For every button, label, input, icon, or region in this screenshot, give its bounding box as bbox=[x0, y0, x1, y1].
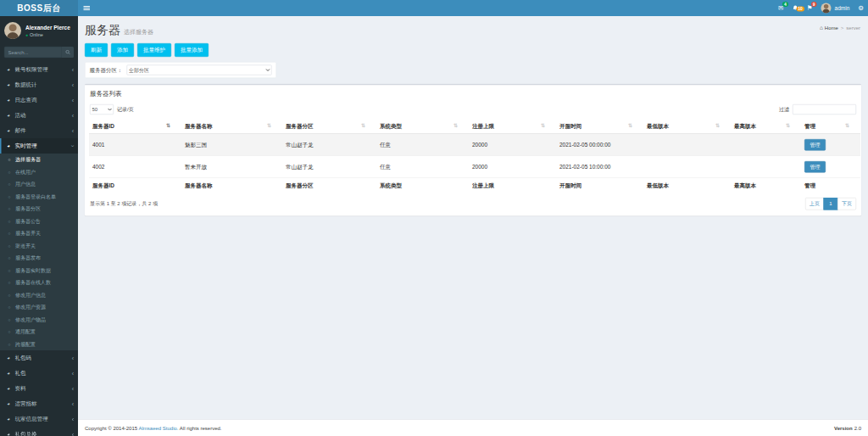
sidebar-subitem-realtime-data[interactable]: ○服务器实时数据 bbox=[0, 265, 78, 277]
sidebar-subitem-edit-user-items[interactable]: ○修改用户物品 bbox=[0, 314, 78, 327]
notifications-menu[interactable]: 10 bbox=[792, 5, 798, 12]
sidebar-item-realtime-management[interactable]: ◕ 实时管理 ‹ bbox=[0, 138, 78, 154]
sidebar-item-materials[interactable]: ◕ 资料 ‹ bbox=[0, 381, 78, 396]
sidebar-item-gift-pack[interactable]: ◕ 礼包 ‹ bbox=[0, 366, 78, 381]
batch-maintain-button[interactable]: 批量维护 bbox=[137, 43, 171, 57]
subitem-label: 服务器发布 bbox=[15, 254, 41, 262]
navbar-right: ✉ 4 10 ⚑ 9 admin ⚙ bbox=[778, 0, 864, 16]
sidebar-subitem-edit-user-info[interactable]: ○修改用户信息 bbox=[0, 289, 78, 302]
sidebar-item-label: 资料 bbox=[15, 385, 69, 393]
sidebar-subitem-online-users[interactable]: ○在线用户 bbox=[0, 166, 78, 179]
content-header: 服务器选择服务器 ⌂Home>server bbox=[78, 16, 868, 43]
footer-col-min-version: 最低版本 bbox=[643, 178, 731, 193]
sort-icon[interactable]: ⇅ bbox=[628, 122, 632, 128]
pagination-prev-button[interactable]: 上页 bbox=[805, 198, 824, 210]
col-server-name[interactable]: 服务器名称⇅ bbox=[181, 119, 282, 134]
sidebar-search bbox=[4, 47, 74, 58]
table-filter-input[interactable] bbox=[793, 104, 856, 115]
sidebar-subitem-select-server[interactable]: ○选择服务器 bbox=[0, 154, 78, 166]
sidebar-toggle-button[interactable] bbox=[78, 0, 95, 16]
col-min-version[interactable]: 最低版本⇅ bbox=[643, 119, 731, 134]
sidebar-subitem-general-config[interactable]: ○通用配置 bbox=[0, 326, 78, 338]
app-logo[interactable]: BOSS后台 bbox=[0, 0, 78, 16]
messages-badge: 4 bbox=[782, 2, 788, 7]
batch-add-button[interactable]: 批量添加 bbox=[175, 43, 209, 57]
col-reg-limit[interactable]: 注册上限⇅ bbox=[469, 119, 556, 134]
page-size-select[interactable]: 50 bbox=[90, 104, 114, 115]
footer-col-server-id: 服务器ID bbox=[89, 178, 181, 193]
col-open-time[interactable]: 开服时间⇅ bbox=[556, 119, 643, 134]
sidebar-subitem-crossserver-config[interactable]: ○跨服配置 bbox=[0, 338, 78, 351]
user-menu[interactable]: admin bbox=[821, 3, 850, 14]
sort-icon[interactable]: ⇅ bbox=[361, 122, 365, 128]
pie-chart-icon: ◕ bbox=[6, 371, 12, 377]
col-os-type[interactable]: 系统类型⇅ bbox=[376, 119, 469, 134]
footer-col-server-name: 服务器名称 bbox=[181, 178, 282, 193]
chevron-left-icon: ‹ bbox=[72, 417, 74, 422]
circle-icon: ○ bbox=[7, 170, 12, 175]
circle-icon: ○ bbox=[7, 207, 12, 212]
sidebar-subitem-login-whitelist[interactable]: ○服务器登录白名单 bbox=[0, 191, 78, 204]
sidebar-item-log-query[interactable]: ◕ 日志查询 ‹ bbox=[0, 92, 78, 108]
chevron-left-icon: ‹ bbox=[72, 114, 74, 118]
sort-icon[interactable]: ⇅ bbox=[786, 122, 790, 128]
cell-manage: 管理 bbox=[801, 134, 860, 156]
sidebar-item-account-permissions[interactable]: ◕ 账号权限管理 ‹ bbox=[0, 62, 78, 77]
sidebar-subitem-channel-switch[interactable]: ○渠道开关 bbox=[0, 240, 78, 253]
messages-menu[interactable]: ✉ 4 bbox=[778, 0, 783, 16]
server-table: 服务器ID⇅ 服务器名称⇅ 服务器分区⇅ 系统类型⇅ 注册上限⇅ 开服时间⇅ 最… bbox=[89, 119, 860, 193]
subitem-label: 服务器在线人数 bbox=[15, 279, 51, 287]
circle-icon: ○ bbox=[7, 256, 12, 261]
sort-icon[interactable]: ⇅ bbox=[453, 122, 458, 128]
sort-icon[interactable]: ⇅ bbox=[845, 122, 849, 128]
add-button[interactable]: 添加 bbox=[111, 43, 134, 57]
sidebar-subitem-server-announcement[interactable]: ○服务器公告 bbox=[0, 215, 78, 228]
sidebar-subitem-online-count[interactable]: ○服务器在线人数 bbox=[0, 277, 78, 289]
cell-min-version bbox=[643, 134, 731, 156]
subitem-label: 服务器登录白名单 bbox=[15, 193, 56, 201]
col-server-id[interactable]: 服务器ID⇅ bbox=[89, 119, 181, 134]
avatar bbox=[4, 22, 21, 39]
col-max-version[interactable]: 最高版本⇅ bbox=[731, 119, 801, 134]
sidebar-item-activity[interactable]: ◕ 活动 ‹ bbox=[0, 108, 78, 123]
sidebar-subitem-server-publish[interactable]: ○服务器发布 bbox=[0, 252, 78, 265]
circle-icon: ○ bbox=[7, 342, 12, 347]
sidebar-item-operation-metrics[interactable]: ◕ 运营指标 ‹ bbox=[0, 396, 78, 411]
sidebar-subitem-server-switch[interactable]: ○服务器开关 bbox=[0, 227, 78, 240]
pie-chart-icon: ◕ bbox=[6, 401, 12, 407]
manage-button[interactable]: 管理 bbox=[804, 139, 826, 151]
sort-icon[interactable]: ⇅ bbox=[166, 122, 170, 128]
pagination-next-button[interactable]: 下页 bbox=[837, 198, 856, 210]
search-input[interactable] bbox=[4, 47, 62, 58]
avatar bbox=[821, 3, 832, 14]
sidebar-subitem-edit-user-resources[interactable]: ○修改用户资源 bbox=[0, 301, 78, 314]
breadcrumb-separator: > bbox=[841, 25, 844, 31]
chevron-left-icon: ‹ bbox=[72, 68, 74, 72]
circle-icon: ○ bbox=[7, 281, 12, 286]
tasks-menu[interactable]: ⚑ 9 bbox=[807, 0, 813, 16]
sidebar-item-data-stats[interactable]: ◕ 数据统计 ‹ bbox=[0, 77, 78, 92]
control-sidebar-toggle[interactable]: ⚙ bbox=[858, 0, 864, 16]
sort-icon[interactable]: ⇅ bbox=[541, 122, 545, 128]
sidebar: Alexander Pierce ●Online ◕ 账号权限管理 ‹ ◕ 数据… bbox=[0, 16, 78, 436]
sidebar-item-player-info-management[interactable]: ◕ 玩家信息管理 ‹ bbox=[0, 411, 78, 427]
brand-link[interactable]: Almsaeed Studio. bbox=[138, 425, 178, 431]
gear-icon: ⚙ bbox=[858, 4, 864, 12]
sidebar-item-mail[interactable]: ◕ 邮件 ‹ bbox=[0, 123, 78, 138]
zone-filter-label: 服务器分区： bbox=[90, 66, 123, 74]
breadcrumb-home[interactable]: Home bbox=[825, 25, 838, 31]
sort-icon[interactable]: ⇅ bbox=[267, 122, 271, 128]
sidebar-item-gift-code[interactable]: ◕ 礼包码 ‹ bbox=[0, 350, 78, 366]
refresh-button[interactable]: 刷新 bbox=[85, 43, 108, 57]
sidebar-item-gift-redeem[interactable]: ◕ 礼包兑换 ‹ bbox=[0, 427, 78, 436]
sidebar-subitem-server-zone[interactable]: ○服务器分区 bbox=[0, 203, 78, 215]
app-window: BOSS后台 ✉ 4 10 ⚑ 9 admin bbox=[0, 0, 868, 436]
chevron-left-icon: ‹ bbox=[72, 356, 74, 361]
col-server-zone[interactable]: 服务器分区⇅ bbox=[282, 119, 376, 134]
manage-button[interactable]: 管理 bbox=[804, 161, 826, 173]
search-button[interactable] bbox=[62, 47, 74, 58]
pagination-page-1[interactable]: 1 bbox=[824, 198, 838, 210]
zone-filter-select[interactable]: 全部分区 bbox=[127, 65, 272, 75]
sort-icon[interactable]: ⇅ bbox=[715, 122, 720, 128]
sidebar-subitem-user-info[interactable]: ○用户信息 bbox=[0, 178, 78, 191]
